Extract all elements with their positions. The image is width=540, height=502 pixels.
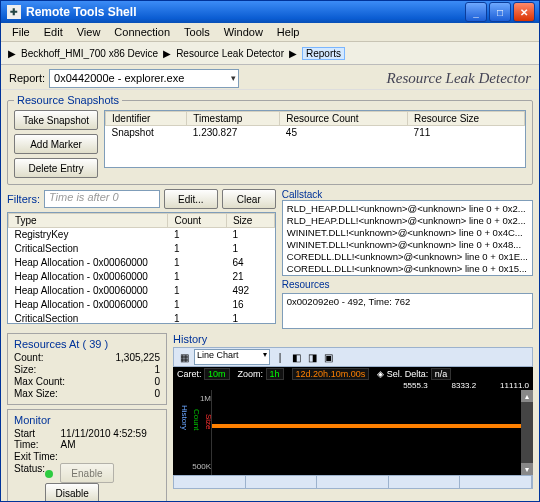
callstack-legend: Callstack: [282, 189, 533, 200]
tool3-icon[interactable]: ▣: [322, 351, 334, 363]
breadcrumb-bar: ▶ Beckhoff_HMI_700 x86 Device ▶ Resource…: [1, 42, 539, 65]
chart-header: Caret: 10m Zoom: 1h 12d.20h.10m.00s ◈ Se…: [173, 367, 533, 381]
zoom-btn[interactable]: 1h: [266, 368, 284, 380]
report-label: Report:: [9, 72, 45, 84]
minimize-button[interactable]: _: [465, 2, 487, 22]
resource-line[interactable]: 0x002092e0 - 492, Time: 762: [287, 296, 528, 308]
tool1-icon[interactable]: ◧: [290, 351, 302, 363]
triangle-icon: ▶: [286, 48, 300, 59]
history-title: History: [173, 333, 533, 345]
type-row[interactable]: CriticalSection11: [9, 242, 275, 256]
monitor-title: Monitor: [14, 414, 160, 426]
report-bar: Report: 0x0442000e - explorer.exe Resour…: [1, 65, 539, 90]
callstack-line[interactable]: COREDLL.DLL!<unknown>@<unknown> line 0 +…: [287, 251, 528, 263]
scroll-down-icon[interactable]: ▾: [521, 463, 533, 475]
snapshots-header: Identifier Timestamp Resource Count Reso…: [106, 112, 525, 126]
chart-y-axis: 1M 500K: [173, 390, 212, 475]
callstack-line[interactable]: WININET.DLL!<unknown>@<unknown> line 0 +…: [287, 239, 528, 251]
enable-button: Enable: [60, 463, 114, 483]
type-row[interactable]: Heap Allocation - 0x00060000116: [9, 298, 275, 312]
take-snapshot-button[interactable]: Take Snapshot: [14, 110, 98, 130]
close-button[interactable]: ✕: [513, 2, 535, 22]
body: Resource Snapshots Take Snapshot Add Mar…: [1, 90, 539, 501]
crumb-detector[interactable]: Resource Leak Detector: [176, 48, 284, 59]
type-row[interactable]: Heap Allocation - 0x00060000164: [9, 256, 275, 270]
side-label-history: History: [180, 405, 189, 430]
callstack-line[interactable]: WININET.DLL!<unknown>@<unknown> line 0 +…: [287, 227, 528, 239]
side-label-count: Count: [192, 409, 201, 430]
side-label-size: Size: [204, 414, 213, 430]
titlebar[interactable]: ✚ Remote Tools Shell _ □ ✕: [1, 1, 539, 23]
type-row[interactable]: RegistryKey11: [9, 228, 275, 242]
edit-filter-button[interactable]: Edit...: [164, 189, 218, 209]
chart-icon[interactable]: ▦: [178, 351, 190, 363]
caret-value: 10m: [204, 368, 230, 380]
tool2-icon[interactable]: ◨: [306, 351, 318, 363]
triangle-icon: ▶: [160, 48, 174, 59]
report-combo[interactable]: 0x0442000e - explorer.exe: [49, 69, 239, 88]
sel-delta-value: n/a: [431, 368, 452, 380]
menu-window[interactable]: Window: [217, 25, 270, 39]
detector-title: Resource Leak Detector: [387, 70, 531, 87]
scroll-up-icon[interactable]: ▴: [521, 390, 533, 402]
window-title: Remote Tools Shell: [26, 5, 463, 19]
callstack-line[interactable]: RLD_HEAP.DLL!<unknown>@<unknown> line 0 …: [287, 203, 528, 215]
crumb-reports[interactable]: Reports: [302, 47, 345, 60]
menu-edit[interactable]: Edit: [37, 25, 70, 39]
app-icon: ✚: [7, 5, 21, 19]
snapshot-row[interactable]: Snapshot 1.230.827 45 711: [106, 126, 525, 140]
crumb-device[interactable]: Beckhoff_HMI_700 x86 Device: [21, 48, 158, 59]
separator-icon: |: [274, 351, 286, 363]
resources-legend: Resources: [282, 279, 533, 290]
snapshots-group: Resource Snapshots Take Snapshot Add Mar…: [7, 94, 533, 185]
chart-body[interactable]: 1M 500K History Count Size ▴: [173, 390, 533, 475]
chart-status-bar: [173, 475, 533, 489]
delete-entry-button[interactable]: Delete Entry: [14, 158, 98, 178]
add-marker-button[interactable]: Add Marker: [14, 134, 98, 154]
snapshots-legend: Resource Snapshots: [14, 94, 122, 106]
history-panel: History ▦ Line Chart | ◧ ◨ ▣ Caret: 10m …: [173, 333, 533, 501]
resources-at-title: Resources At ( 39 ): [14, 338, 160, 350]
filters-legend: Filters:: [7, 193, 40, 205]
monitor-box: Monitor Start Time:11/11/2010 4:52:59 AM…: [7, 409, 167, 501]
chart-x-ticks: 5555.3 8333.2 11111.0: [173, 381, 533, 390]
type-header: Type Count Size: [9, 214, 275, 228]
maximize-button[interactable]: □: [489, 2, 511, 22]
snapshots-table[interactable]: Identifier Timestamp Resource Count Reso…: [104, 110, 526, 168]
time-value: 12d.20h.10m.00s: [292, 368, 370, 380]
disable-button[interactable]: Disable: [45, 483, 99, 501]
resources-list[interactable]: 0x002092e0 - 492, Time: 762: [282, 293, 533, 329]
chart-orange-caret-line[interactable]: [212, 424, 533, 428]
clear-filter-button[interactable]: Clear: [222, 189, 276, 209]
chart-plot[interactable]: History Count Size ▴ ▾: [212, 390, 533, 475]
menu-view[interactable]: View: [70, 25, 108, 39]
callstack-list[interactable]: RLD_HEAP.DLL!<unknown>@<unknown> line 0 …: [282, 200, 533, 276]
remote-tools-window: ✚ Remote Tools Shell _ □ ✕ File Edit Vie…: [0, 0, 540, 502]
chart-vscroll[interactable]: ▴ ▾: [521, 390, 533, 475]
menu-file[interactable]: File: [5, 25, 37, 39]
chart-type-combo[interactable]: Line Chart: [194, 349, 270, 365]
chart-control-bar: ▦ Line Chart | ◧ ◨ ▣: [173, 347, 533, 367]
menu-tools[interactable]: Tools: [177, 25, 217, 39]
menu-connection[interactable]: Connection: [107, 25, 177, 39]
type-row[interactable]: Heap Allocation - 0x00060000121: [9, 270, 275, 284]
callstack-line[interactable]: COREDLL.DLL!<unknown>@<unknown> line 0 +…: [287, 263, 528, 275]
type-table[interactable]: Type Count Size RegistryKey11CriticalSec…: [7, 212, 276, 324]
menubar: File Edit View Connection Tools Window H…: [1, 23, 539, 42]
status-green-dot-icon: [45, 470, 53, 478]
triangle-icon: ▶: [5, 48, 19, 59]
resources-at-box: Resources At ( 39 ) Count:1,305,225 Size…: [7, 333, 167, 405]
type-row[interactable]: Heap Allocation - 0x000600001492: [9, 284, 275, 298]
callstack-line[interactable]: RLD_HEAP.DLL!<unknown>@<unknown> line 0 …: [287, 215, 528, 227]
menu-help[interactable]: Help: [270, 25, 307, 39]
type-row[interactable]: CriticalSection11: [9, 312, 275, 325]
filter-input[interactable]: Time is after 0: [44, 190, 160, 208]
